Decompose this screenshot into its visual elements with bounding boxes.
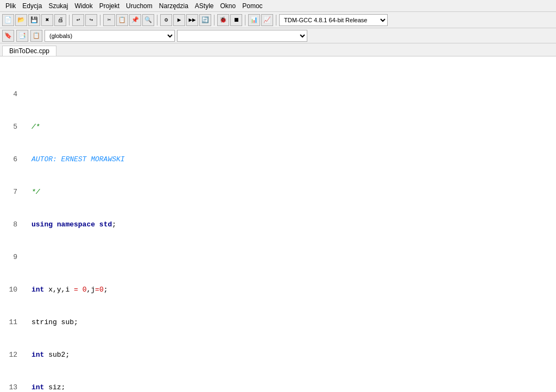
line-4: [29, 89, 31, 100]
bookmark-btn[interactable]: 🔖: [2, 30, 14, 42]
redo-btn[interactable]: ↪: [85, 14, 97, 26]
menubar: Plik Edycja Szukaj Widok Projekt Uruchom…: [0, 0, 556, 12]
tab-bintodec[interactable]: BinToDec.cpp: [2, 46, 56, 56]
open-btn[interactable]: 📂: [15, 14, 27, 26]
close-btn[interactable]: ✖: [41, 14, 53, 26]
line-6: AUTOR: ERNEST MORAWSKI: [29, 154, 125, 165]
paste-btn[interactable]: 📌: [129, 14, 141, 26]
fold-13: [22, 382, 29, 390]
line-12: int sub2;: [29, 350, 70, 361]
sep5: [245, 15, 245, 26]
line-num-7: 7: [4, 187, 22, 198]
bookmark3-btn[interactable]: 📋: [30, 30, 42, 42]
find-btn[interactable]: 🔍: [142, 14, 154, 26]
sep3: [157, 15, 157, 26]
run-btn[interactable]: ▶: [173, 14, 185, 26]
fold-6: [22, 154, 29, 165]
fold-7: [22, 187, 29, 198]
new-btn[interactable]: 📄: [2, 14, 14, 26]
rebuild-btn[interactable]: 🔄: [199, 14, 211, 26]
toolbar-row-1: 📄 📂 💾 ✖ 🖨 ↩ ↪ ✂ 📋 📌 🔍 ⚙ ▶ ▶▶ 🔄 🐞 ⏹ 📊 📈 T…: [0, 12, 556, 28]
scope-select[interactable]: (globals): [45, 30, 175, 42]
compile-btn[interactable]: ⚙: [160, 14, 172, 26]
fold-4: [22, 89, 29, 100]
line-num-6: 6: [4, 154, 22, 165]
sep1: [69, 15, 70, 26]
menu-widok[interactable]: Widok: [71, 1, 96, 11]
toolbar-row-2: 🔖 📑 📋 (globals): [0, 28, 556, 43]
fold-8: [22, 219, 29, 230]
cut-btn[interactable]: ✂: [103, 14, 115, 26]
fold-9: [22, 252, 29, 263]
menu-plik[interactable]: Plik: [2, 1, 19, 11]
compilerun-btn[interactable]: ▶▶: [186, 14, 198, 26]
line-num-9: 9: [4, 252, 22, 263]
line-num-10: 10: [4, 284, 22, 295]
copy-btn[interactable]: 📋: [116, 14, 128, 26]
line-num-12: 12: [4, 350, 22, 361]
sep6: [276, 15, 276, 26]
print-btn[interactable]: 🖨: [54, 14, 66, 26]
tabbar: BinToDec.cpp: [0, 43, 556, 56]
stop-btn[interactable]: ⏹: [230, 14, 242, 26]
menu-szukaj[interactable]: Szukaj: [45, 1, 71, 11]
line-num-5: 5: [4, 122, 22, 132]
sep4: [214, 15, 214, 26]
symbol-select[interactable]: [177, 30, 307, 42]
code-content[interactable]: 4 5 /* 6 AUTOR: ERNEST MORAWSKI 7 */ 8 u…: [0, 56, 556, 390]
line-num-4: 4: [4, 89, 22, 100]
line-7: */: [29, 187, 40, 198]
undo-btn[interactable]: ↩: [72, 14, 84, 26]
fold-12: [22, 350, 29, 361]
line-num-13: 13: [4, 382, 22, 390]
debug-btn[interactable]: 🐞: [217, 14, 229, 26]
line-num-8: 8: [4, 219, 22, 230]
compiler-select[interactable]: TDM-GCC 4.8.1 64-bit Release: [279, 14, 388, 26]
menu-uruchom[interactable]: Uruchom: [123, 1, 156, 11]
fold-11: [22, 317, 29, 328]
chart-btn[interactable]: 📊: [248, 14, 260, 26]
menu-edycja[interactable]: Edycja: [19, 1, 45, 11]
menu-projekt[interactable]: Projekt: [96, 1, 123, 11]
fold-5: [22, 122, 29, 132]
menu-pomoc[interactable]: Pomoc: [239, 1, 266, 11]
menu-okno[interactable]: Okno: [217, 1, 239, 11]
line-13: int siz;: [29, 382, 65, 390]
line-8: using namespace std;: [29, 219, 116, 230]
code-area: 4 5 /* 6 AUTOR: ERNEST MORAWSKI 7 */ 8 u…: [0, 56, 556, 390]
save-btn[interactable]: 💾: [28, 14, 40, 26]
menu-astyle[interactable]: AStyle: [192, 1, 217, 11]
sep2: [100, 15, 100, 26]
fold-10: [22, 284, 29, 295]
menu-narzedzia[interactable]: Narzędzia: [156, 1, 192, 11]
line-9: [29, 252, 31, 263]
bookmark2-btn[interactable]: 📑: [16, 30, 28, 42]
line-11: string sub;: [29, 317, 78, 328]
line-5: /*: [29, 122, 40, 132]
line-num-11: 11: [4, 317, 22, 328]
profile-btn[interactable]: 📈: [261, 14, 273, 26]
line-10: int x,y,i = 0,j=0;: [29, 284, 108, 295]
